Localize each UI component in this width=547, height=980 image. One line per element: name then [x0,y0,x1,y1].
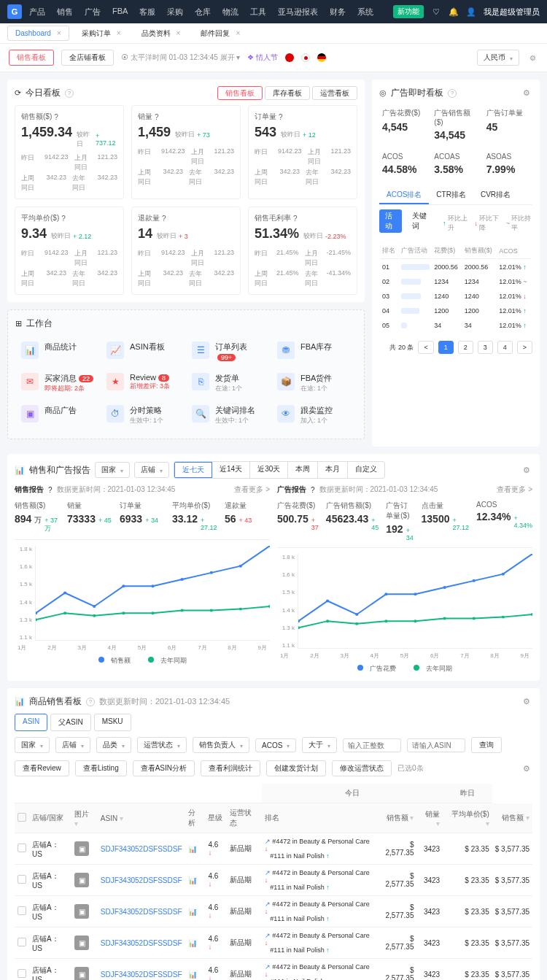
product-tab[interactable]: 父ASIN [50,714,90,731]
gear-icon[interactable]: ⚙ [521,88,532,99]
period-tab[interactable]: 近14天 [212,462,250,478]
action-btn[interactable]: 查看利润统计 [201,760,260,776]
today-tab[interactable]: 销售看板 [217,86,263,100]
gear-icon[interactable]: ⚙ [521,464,532,476]
sales-board-btn[interactable]: 销售看板 [9,50,54,66]
ad-row[interactable]: 012000.562000.5612.01% ↑ [381,261,531,274]
chart-icon[interactable]: 📊 [188,939,197,947]
period-tab[interactable]: 自定义 [348,462,384,478]
filter-input[interactable] [343,738,401,752]
nav-item[interactable]: 工具 [250,7,266,18]
view-more[interactable]: 查看更多 > [234,485,270,495]
chart-icon[interactable]: 📊 [188,971,197,979]
product-row[interactable]: 店铺A：US▣ SDJF343052DSFSSDSF 📊 4.6 ↓新品期 ↗ … [15,865,532,896]
page-tab[interactable]: 邮件回复× [193,25,248,42]
nav-item[interactable]: 销售 [57,7,73,18]
period-tab[interactable]: 本周 [288,462,318,478]
workbench-item[interactable]: ☰订单列表99+ [186,336,271,367]
filter-select[interactable]: 销售负责人 [193,737,249,753]
action-btn[interactable]: 查看Listing [75,760,127,776]
product-row[interactable]: 店铺A：US▣ SDJF343052DSFSSDSF 📊 4.6 ↓新品期 ↗ … [15,927,532,959]
period-tab[interactable]: 近七天 [174,462,212,478]
product-tab[interactable]: MSKU [94,714,131,731]
nav-item[interactable]: 广告 [85,7,101,18]
ad-mini-tab[interactable]: 活动 [379,209,402,233]
prev-page[interactable]: < [418,341,433,354]
country-select[interactable]: 国家 [95,462,130,478]
nav-item[interactable]: 仓库 [195,7,211,18]
asin-link[interactable]: SDJF343052DSFSSDSF [98,927,185,959]
row-checkbox[interactable] [18,875,26,884]
nav-item[interactable]: 客服 [139,7,155,18]
refresh-icon[interactable]: ⟳ [15,88,21,98]
action-btn[interactable]: 修改运营状态 [332,760,392,776]
next-page[interactable]: > [517,341,532,354]
row-checkbox[interactable] [18,969,26,978]
asin-link[interactable]: SDJF343052DSFSSDSF [98,865,185,896]
product-row[interactable]: 店铺A：US▣ SDJF343052DSFSSDSF 📊 4.6 ↓新品期 ↗ … [15,896,532,927]
chart-icon[interactable]: 📊 [188,876,197,884]
close-icon[interactable]: × [236,29,240,37]
chart-icon[interactable]: 📊 [188,845,197,853]
today-tab[interactable]: 运营看板 [312,86,357,100]
action-btn[interactable]: 查看Review [15,760,69,776]
period-tab[interactable]: 本月 [318,462,348,478]
bell-icon[interactable]: 🔔 [449,7,459,17]
currency-select[interactable]: 人民币 [477,50,519,66]
gear-icon[interactable]: ⚙ [527,52,538,63]
workbench-item[interactable]: 📊商品统计 [15,336,101,367]
ad-row[interactable]: 021234123412.01% ~ [381,275,531,288]
workbench-item[interactable]: 👁跟卖监控加入: 1个 [271,399,357,431]
asin-link[interactable]: SDJF343052DSFSSDSF [98,833,185,865]
ad-row[interactable]: 031240124012.01% ↓ [381,290,531,303]
page-1[interactable]: 1 [438,341,454,354]
asin-link[interactable]: SDJF343052DSFSSDSF [98,896,185,927]
nav-item[interactable]: 亚马逊报表 [278,7,318,18]
filter-input[interactable] [407,738,465,752]
filter-select[interactable]: ACOS [255,738,296,752]
nav-item[interactable]: 物流 [222,7,238,18]
nav-item[interactable]: 系统 [357,7,373,18]
ad-rank-tab[interactable]: ACOS排名 [379,187,429,204]
new-feature-badge[interactable]: 新功能 [393,5,424,18]
headset-icon[interactable]: ♡ [431,7,441,17]
workbench-item[interactable]: ★Review8新增差评: 3条 [101,367,186,399]
help-icon[interactable]: ? [48,486,53,494]
filter-select[interactable]: 店铺 [55,737,90,753]
ad-row[interactable]: 05343412.01% ↑ [381,319,531,332]
page-tab[interactable]: 采购订单× [74,25,129,42]
workbench-item[interactable]: 📦FBA货件在途: 1个 [271,367,357,399]
logo[interactable]: G [7,4,22,19]
page-tab[interactable]: Dashboard× [7,26,69,41]
nav-item[interactable]: 采购 [167,7,183,18]
product-tab[interactable]: ASIN [15,714,47,731]
chart-icon[interactable]: 📊 [188,908,197,916]
workbench-item[interactable]: ⎘发货单在途: 1个 [186,367,271,399]
all-stores-btn[interactable]: 全店铺看板 [61,50,114,66]
nav-item[interactable]: FBA [112,7,128,18]
workbench-item[interactable]: 🔍关键词排名生效中: 1个 [186,399,271,431]
workbench-item[interactable]: ⏱分时策略生效中: 1个 [101,399,186,431]
view-more[interactable]: 查看更多 > [497,485,532,495]
workbench-item[interactable]: ⛃FBA库存 [271,336,357,367]
filter-select[interactable]: 国家 [15,737,50,753]
close-icon[interactable]: × [57,29,61,37]
product-row[interactable]: 店铺A：US▣ SDJF343052DSFSSDSF 📊 4.6 ↓新品期 ↗ … [15,959,532,981]
filter-select[interactable]: 运营状态 [137,737,187,753]
action-btn[interactable]: 创建发货计划 [266,760,326,776]
action-btn[interactable]: 查看ASIN分析 [133,760,195,776]
search-btn[interactable]: 查询 [471,737,502,753]
filter-select[interactable]: 品类 [96,737,131,753]
gear-icon[interactable]: ⚙ [521,763,532,774]
close-icon[interactable]: × [176,29,181,37]
filter-select[interactable]: 大于 [302,737,337,753]
period-tab[interactable]: 近30天 [250,462,288,478]
close-icon[interactable]: × [117,29,121,37]
gear-icon[interactable]: ⚙ [521,696,532,708]
help-icon[interactable]: ? [65,89,74,98]
row-checkbox[interactable] [18,844,26,852]
ad-mini-tab[interactable]: 关键词 [406,209,434,233]
workbench-item[interactable]: ▣商品广告 [15,399,101,431]
row-checkbox[interactable] [18,938,26,946]
page-tab[interactable]: 品类资料× [133,25,189,42]
